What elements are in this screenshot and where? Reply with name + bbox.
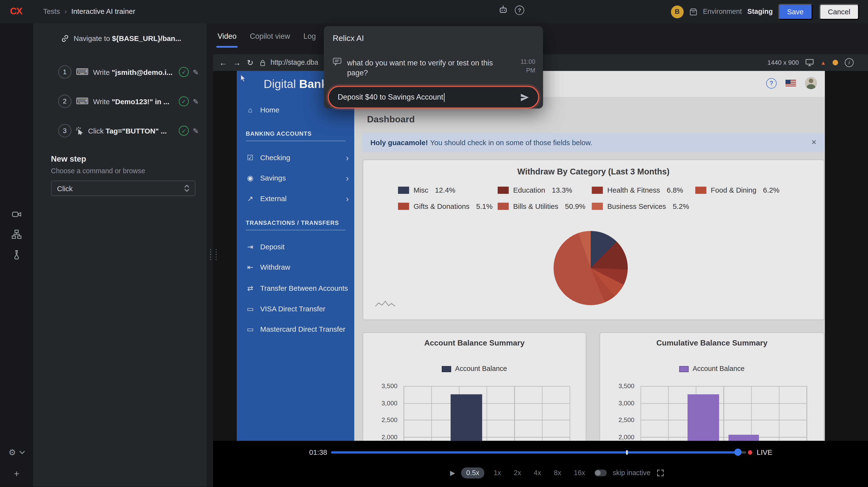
bank-nav-transfer-between-accounts[interactable]: ⇄ Transfer Between Accounts (246, 282, 349, 294)
edit-icon[interactable]: ✎ (193, 68, 199, 76)
breadcrumb-separator: › (64, 7, 67, 16)
us-flag-icon[interactable] (785, 80, 796, 86)
forward-icon[interactable]: → (233, 59, 241, 66)
chevron-right-icon: › (346, 153, 349, 162)
withdraw-pie (554, 231, 628, 305)
legend-item[interactable]: Business Services5.2% (592, 202, 689, 210)
legend-item[interactable]: Gifts & Donations5.1% (398, 202, 492, 210)
help-icon[interactable]: ? (515, 6, 525, 16)
chevron-right-icon: › (346, 193, 349, 203)
progress-knob[interactable] (734, 449, 742, 456)
tab-log[interactable]: Log (302, 25, 317, 48)
edit-icon[interactable]: ✎ (193, 126, 199, 135)
record-indicator-icon[interactable] (833, 60, 838, 65)
bank-user-avatar[interactable] (805, 77, 817, 89)
speed-8x[interactable]: 8x (551, 467, 564, 479)
progress-marker[interactable] (626, 450, 627, 455)
speed-16x[interactable]: 16x (570, 467, 589, 479)
skip-inactive-toggle[interactable] (594, 469, 607, 476)
add-icon[interactable]: + (0, 468, 33, 480)
transfer-icon: ⇄ (246, 284, 255, 292)
gear-icon[interactable]: ⚙ (8, 448, 16, 457)
y-tick: 2,500 (600, 415, 634, 424)
bank-nav-savings[interactable]: ◉ Savings › (246, 172, 349, 184)
chevron-down-icon (19, 451, 25, 454)
step-row-2[interactable]: 2 ⌨ Write "Demo123!" in ... ✓ ✎ (58, 94, 199, 109)
play-icon[interactable]: ▶ (450, 469, 455, 477)
legend-item[interactable]: Misc12.4% (398, 186, 455, 194)
savings-icon: ◉ (246, 174, 255, 182)
bank-sidebar: Digital Bank ⌂ Home BANKING ACCOUNTS ☑ C… (237, 71, 354, 441)
legend-item[interactable]: Education13.3% (498, 186, 572, 194)
save-button[interactable]: Save (778, 4, 812, 20)
command-select[interactable]: Click (51, 181, 195, 196)
legend-item[interactable]: Account Balance (600, 365, 824, 373)
left-icon-rail: ⚙ + (0, 23, 33, 487)
environment-icon (689, 7, 697, 16)
edit-icon[interactable]: ✎ (193, 97, 199, 105)
navigate-step[interactable]: Navigate to ${BASE_URL}/ban... (61, 31, 198, 45)
breadcrumb-tests[interactable]: Tests (43, 7, 60, 16)
info-icon[interactable]: i (845, 58, 854, 67)
viewport-resolution: 1440 x 900 (767, 59, 799, 66)
link-icon (61, 34, 69, 42)
message-timestamp: 11:00 PM (521, 57, 535, 75)
fullscreen-icon[interactable] (657, 469, 664, 477)
speed-0.5x[interactable]: 0.5x (461, 467, 485, 479)
tests-icon[interactable] (11, 250, 22, 260)
playback-time: 01:38 (279, 448, 327, 456)
tab-video[interactable]: Video (217, 25, 238, 48)
tab-copilot-view[interactable]: Copilot view (249, 25, 291, 48)
bank-nav-deposit[interactable]: ⇥ Deposit (246, 240, 349, 252)
text-caret (444, 93, 444, 102)
send-icon[interactable] (521, 93, 529, 102)
video-viewport[interactable]: Digital Bank ⌂ Home BANKING ACCOUNTS ☑ C… (213, 71, 868, 441)
user-avatar[interactable]: B (671, 5, 684, 18)
drag-handle-icon[interactable]: ⋮⋮⋮⋮ (207, 249, 218, 259)
legend-item[interactable]: Account Balance (363, 365, 586, 373)
legend-item[interactable]: Food & Dining6.2% (695, 186, 780, 194)
refresh-icon[interactable]: ↻ (247, 59, 253, 66)
speed-4x[interactable]: 4x (530, 467, 545, 479)
bank-nav-checking[interactable]: ☑ Checking › (246, 151, 349, 163)
environment-value[interactable]: Staging (747, 8, 773, 16)
bank-nav-external[interactable]: ↗ External › (246, 192, 349, 204)
bank-help-icon[interactable]: ? (766, 78, 776, 88)
step-row-3[interactable]: 3 Click Tag="BUTTON" ... ✓ ✎ (58, 124, 199, 138)
flows-icon[interactable] (11, 229, 22, 239)
chat-input[interactable]: Deposit $40 to Savings Account (328, 86, 539, 109)
bank-nav-withdraw[interactable]: ⇤ Withdraw (246, 261, 349, 273)
back-icon[interactable]: ← (219, 59, 227, 66)
new-step-title: New step (51, 155, 86, 163)
legend-item[interactable]: Bills & Utilities50.9% (498, 202, 585, 210)
monitor-icon[interactable] (806, 59, 814, 66)
check-icon: ✓ (179, 67, 189, 77)
url-text[interactable]: http://stage.dba (271, 59, 318, 66)
robot-icon[interactable] (498, 4, 508, 14)
settings-control[interactable]: ⚙ (0, 448, 33, 457)
chevron-right-icon: › (346, 173, 349, 182)
bank-nav-visa-direct-transfer[interactable]: ▭ VISA Direct Transfer (246, 302, 349, 314)
bank-nav-mastercard-direct-transfer[interactable]: ▭ Mastercard Direct Transfer (246, 323, 349, 335)
check-icon: ✓ (179, 96, 189, 106)
app-header: CX Tests › Interactive AI trainer ? B En… (0, 0, 868, 24)
cancel-button[interactable]: Cancel (819, 4, 859, 20)
sparkline-icon (375, 300, 395, 307)
speed-1x[interactable]: 1x (490, 467, 504, 479)
bar-cumulative-balance (688, 394, 719, 441)
view-tabs: Video Copilot view Log (217, 23, 317, 49)
check-icon: ✓ (179, 126, 189, 136)
alert-close-icon[interactable]: × (811, 138, 816, 147)
chat-input-value[interactable]: Deposit $40 to Savings Account (338, 93, 443, 101)
step-row-1[interactable]: 1 ⌨ Write "jsmith@demo.i... ✓ ✎ (58, 65, 199, 79)
cx-logo[interactable]: CX (10, 6, 22, 17)
panel-resize-divider[interactable]: ⋮⋮⋮⋮ (207, 23, 213, 487)
recordings-icon[interactable] (11, 209, 22, 219)
new-step-hint: Choose a command or browse (51, 167, 145, 175)
legend-item[interactable]: Health & Fitness6.8% (592, 186, 683, 194)
bank-page-title: Dashboard (367, 114, 414, 124)
warning-icon[interactable]: ▲ (820, 60, 826, 66)
progress-bar[interactable] (331, 451, 746, 454)
step-label: Click Tag="BUTTON" ... (88, 126, 166, 135)
speed-2x[interactable]: 2x (510, 467, 525, 479)
